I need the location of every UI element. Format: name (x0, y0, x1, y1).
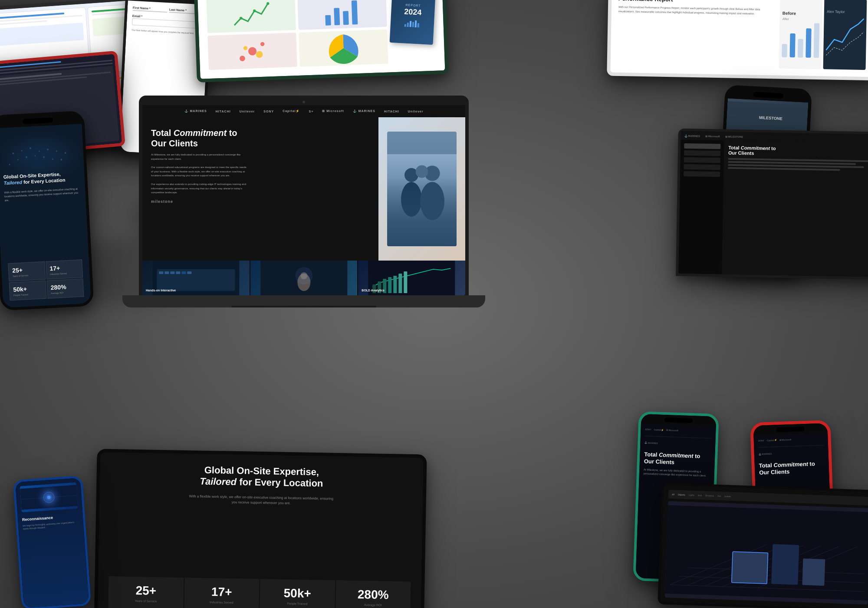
tbl-title: Global On-Site Expertise, Tailored for E… (200, 465, 323, 489)
red-brand-bar: SONY Capital⚡ ⊞ Microsoft (758, 437, 824, 442)
stat-roi-label: Average ROI (51, 291, 80, 294)
bottom-strip: Hands-on Interactive (142, 261, 465, 295)
mini-chart-4 (299, 30, 388, 67)
laptop-camera (302, 101, 305, 103)
tablet-bottom-screen: Global On-Site Expertise, Tailored for E… (98, 453, 424, 608)
perf-chart-1: Before After (779, 0, 823, 69)
hero-body-2: Our custom-tailored educational programs… (151, 165, 247, 178)
hero-text: Total Commitment to Our Clients At Miles… (142, 117, 378, 261)
mini-chart-1 (206, 0, 296, 33)
toolbar-all[interactable]: All (672, 493, 674, 496)
form-name-row: First Name * Last Name * (132, 6, 204, 15)
phone-reconnaisance-screen: Reconnaissance We begin by thoroughly as… (15, 478, 89, 608)
tbl-stat-2-label: Industries Served (210, 601, 233, 604)
lr-brand-marines: ⚓ MARINES (684, 134, 700, 137)
svg-rect-48 (159, 271, 163, 274)
lr-brand-mil: ⊞ MILESTONE (725, 135, 743, 138)
perf-body: With our Personalized Performance Progre… (618, 5, 773, 16)
email-group: Email * (132, 14, 204, 29)
svg-rect-16 (415, 20, 417, 27)
toolbar-shadows[interactable]: Shadows (705, 494, 714, 497)
main-laptop: ⚓ MARINES HITACHI Unilever SONY Capital⚡… (139, 96, 469, 313)
svg-rect-19 (790, 33, 796, 57)
tbl-subtitle: With a flexible work style, we offer on-… (187, 494, 335, 507)
svg-text:After: After (783, 17, 789, 21)
brand-hitachi2: HITACHI (384, 110, 399, 113)
svg-point-8 (248, 47, 257, 56)
tablet-bottom-main: Global On-Site Expertise, Tailored for E… (94, 449, 427, 608)
svg-rect-50 (170, 271, 174, 274)
commitment-brand-marines: ⚓ MARINES (644, 441, 658, 444)
stat-years-label: Years of Service (13, 273, 42, 277)
tablet-performance: Performance Report With our Personalized… (607, 0, 868, 80)
perf-text-col: Performance Report With our Personalized… (618, 0, 773, 68)
stat-years-value: 25+ (12, 265, 41, 274)
svg-point-9 (260, 42, 265, 46)
right-laptop-screen: ⚓ MARINES ⊞ Microsoft ⊞ MILESTONE Total … (678, 131, 868, 277)
mini-chart-2 (297, 0, 387, 30)
tbl-stats: 25+ Years of Service 17+ Industries Serv… (108, 576, 411, 608)
commitment-brand-sony: SONY (645, 428, 651, 430)
laptop-hero: Total Commitment to Our Clients At Miles… (142, 117, 465, 261)
hero-body-3: Our experience also extends to providing… (151, 182, 247, 195)
svg-rect-49 (164, 271, 169, 274)
svg-point-42 (401, 182, 422, 217)
stat-years: 25+ Years of Service (8, 261, 46, 281)
strip-text-1: Hands-on Interactive (146, 289, 246, 292)
hero-title: Total Commitment to Our Clients (151, 128, 370, 149)
toolbar-isolate[interactable]: Isolate (724, 495, 731, 498)
commitment-brand-bar-2: ⚓ MARINES (644, 441, 711, 446)
svg-point-44 (420, 182, 444, 220)
hero-image-overlay (378, 117, 465, 261)
phone-reconnaissance: Reconnaissance We begin by thoroughly as… (13, 476, 92, 608)
svg-rect-3 (325, 15, 331, 26)
divider (645, 436, 711, 438)
hero-people-img (387, 132, 457, 246)
commitment-title: Total Commitment to Our Clients (644, 451, 711, 467)
tbl-stat-1-value: 25+ (135, 584, 156, 598)
svg-rect-4 (334, 8, 340, 25)
commitment-brand-ms: ⊞ Microsoft (666, 429, 678, 432)
svg-rect-12 (404, 24, 406, 27)
tbl-stat-1: 25+ Years of Service (108, 576, 184, 608)
right-laptop: ⚓ MARINES ⊞ Microsoft ⊞ MILESTONE Total … (676, 129, 868, 280)
svg-text:Before: Before (783, 11, 796, 16)
lr-sidebar-item (684, 143, 720, 149)
tbl-stat-3-label: People Trained (287, 602, 307, 605)
stat-industries-value: 17+ (49, 264, 79, 272)
stat-roi-value: 280% (50, 283, 79, 291)
panel-3d-software: All Objects Lights And Shadows Are Isola… (658, 482, 868, 608)
svg-point-7 (240, 56, 245, 61)
stat-people-value: 50k+ (13, 284, 42, 293)
stat-people-label: People Trained (13, 292, 43, 296)
laptop-screen: ⚓ MARINES HITACHI Unilever SONY Capital⚡… (142, 105, 465, 295)
tablet-report: Report 2024 (194, 0, 448, 83)
hero-brand: milestone (151, 199, 370, 204)
svg-point-11 (256, 51, 263, 58)
lr-sidebar-item (684, 157, 720, 163)
commitment-brand-cap: Capital⚡ (654, 428, 664, 431)
toolbar-objects[interactable]: Objects (678, 493, 685, 496)
svg-rect-17 (417, 23, 419, 27)
stat-industries-label: Industries Served (50, 271, 79, 275)
mini-chart-3 (207, 33, 297, 70)
perf-screen: Performance Report With our Personalized… (610, 0, 868, 77)
stat-people: 50k+ People Trained (9, 281, 47, 301)
toolbar-lights[interactable]: Lights (689, 494, 695, 496)
svg-rect-92 (732, 552, 768, 584)
recon-image (20, 482, 78, 512)
divider (758, 445, 824, 447)
svg-rect-6 (352, 0, 358, 25)
red-brand-cap: Capital⚡ (767, 439, 777, 442)
brand-hitachi: HITACHI (216, 110, 231, 113)
lr-main-title: Total Commitment to Our Clients (728, 145, 868, 158)
report-charts (206, 0, 388, 70)
report-cover: Report 2024 (390, 0, 436, 45)
svg-rect-40 (387, 154, 457, 224)
form-note: The Next button will appear once you com… (132, 29, 203, 36)
tbl-stat-4: 280% Average ROI (335, 580, 411, 608)
brand-bar: ⚓ MARINES HITACHI Unilever SONY Capital⚡… (142, 105, 465, 117)
perf-charts-col: Before After Alex Taylor (779, 0, 867, 70)
svg-point-45 (416, 165, 428, 178)
svg-rect-20 (798, 39, 803, 57)
